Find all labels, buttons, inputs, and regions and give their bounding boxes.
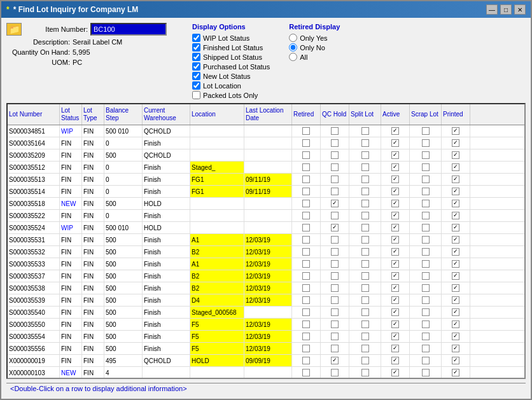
grid-checkbox[interactable] (361, 260, 369, 268)
grid-checkbox[interactable] (422, 127, 430, 135)
grid-checkbox[interactable] (422, 176, 430, 183)
table-row[interactable]: S000035514FINFIN0FinishFG109/11/19 (8, 186, 524, 198)
grid-checkbox[interactable] (452, 200, 459, 207)
grid-checkbox[interactable] (331, 308, 339, 316)
new-lot-status-checkbox[interactable] (192, 72, 200, 80)
grid-checkbox[interactable] (302, 308, 310, 316)
grid-checkbox[interactable] (302, 369, 310, 376)
grid-checkbox[interactable] (361, 176, 369, 183)
grid-checkbox[interactable] (302, 272, 310, 280)
grid-checkbox[interactable] (361, 333, 369, 340)
grid-checkbox[interactable] (302, 236, 310, 244)
table-row[interactable]: S000035539FINFIN500FinishD412/03/19 (8, 294, 524, 307)
table-row[interactable]: S000035209FINFIN500QCHOLD (8, 149, 524, 162)
grid-checkbox[interactable] (331, 200, 339, 207)
table-row[interactable]: S000035164FINFIN0Finish (8, 137, 524, 149)
grid-checkbox[interactable] (302, 212, 310, 219)
grid-checkbox[interactable] (302, 357, 310, 364)
grid-checkbox[interactable] (452, 212, 459, 219)
table-row[interactable]: S000035533FINFIN500FinishA112/03/19 (8, 258, 524, 270)
grid-checkbox[interactable] (361, 163, 369, 171)
grid-checkbox[interactable] (361, 296, 369, 304)
grid-checkbox[interactable] (391, 308, 399, 316)
grid-checkbox[interactable] (391, 176, 399, 183)
grid-checkbox[interactable] (361, 212, 369, 219)
folder-icon[interactable]: 📁 (6, 23, 22, 36)
grid-checkbox[interactable] (302, 224, 310, 231)
grid-checkbox[interactable] (302, 284, 310, 292)
grid-checkbox[interactable] (422, 163, 430, 171)
grid-checkbox[interactable] (331, 139, 339, 147)
grid-checkbox[interactable] (391, 369, 399, 376)
finished-lot-status-checkbox[interactable] (192, 43, 200, 52)
table-row[interactable]: S000035531FINFIN500FinishA112/03/19 (8, 234, 524, 246)
grid-checkbox[interactable] (422, 200, 430, 207)
grid-checkbox[interactable] (452, 308, 459, 316)
table-row[interactable]: S000035512FINFIN0FinishStaged_ (8, 162, 524, 174)
grid-checkbox[interactable] (361, 139, 369, 147)
grid-checkbox[interactable] (422, 139, 430, 147)
close-button[interactable]: ✕ (514, 4, 526, 15)
grid-checkbox[interactable] (302, 188, 310, 195)
grid-checkbox[interactable] (331, 369, 339, 376)
table-row[interactable]: S000035540FINFIN500FinishStaged_000568 (8, 307, 524, 319)
table-row[interactable]: S000035550FINFIN500FinishF512/03/19 (8, 319, 524, 331)
grid-checkbox[interactable] (391, 139, 399, 147)
grid-checkbox[interactable] (452, 224, 459, 231)
grid-checkbox[interactable] (361, 308, 369, 316)
grid-checkbox[interactable] (331, 260, 339, 268)
grid-checkbox[interactable] (302, 127, 310, 135)
grid-checkbox[interactable] (422, 333, 430, 340)
grid-checkbox[interactable] (452, 236, 459, 244)
maximize-button[interactable]: □ (500, 4, 512, 15)
grid-checkbox[interactable] (361, 345, 369, 352)
grid-checkbox[interactable] (391, 151, 399, 159)
grid-checkbox[interactable] (331, 248, 339, 256)
grid-checkbox[interactable] (331, 236, 339, 244)
grid-checkbox[interactable] (422, 224, 430, 231)
grid-checkbox[interactable] (361, 127, 369, 135)
table-row[interactable]: S000035537FINFIN500FinishB212/03/19 (8, 270, 524, 282)
grid-checkbox[interactable] (422, 284, 430, 292)
grid-checkbox[interactable] (331, 333, 339, 340)
grid-checkbox[interactable] (361, 272, 369, 280)
grid-checkbox[interactable] (422, 272, 430, 280)
grid-checkbox[interactable] (361, 188, 369, 195)
grid-checkbox[interactable] (391, 188, 399, 195)
grid-checkbox[interactable] (302, 151, 310, 159)
grid-checkbox[interactable] (361, 224, 369, 231)
grid-checkbox[interactable] (302, 248, 310, 256)
grid-checkbox[interactable] (422, 296, 430, 304)
table-row[interactable]: S000035513FINFIN0FinishFG109/11/19 (8, 174, 524, 186)
grid-checkbox[interactable] (331, 321, 339, 328)
wip-lot-status-checkbox[interactable] (192, 34, 200, 42)
grid-checkbox[interactable] (331, 163, 339, 171)
grid-checkbox[interactable] (391, 224, 399, 231)
grid-checkbox[interactable] (452, 272, 459, 280)
grid-checkbox[interactable] (331, 272, 339, 280)
grid-checkbox[interactable] (452, 248, 459, 256)
grid-checkbox[interactable] (422, 321, 430, 328)
grid-checkbox[interactable] (302, 296, 310, 304)
grid-checkbox[interactable] (302, 163, 310, 171)
grid-checkbox[interactable] (452, 260, 459, 268)
shipped-lot-status-checkbox[interactable] (192, 53, 200, 61)
grid-checkbox[interactable] (422, 308, 430, 316)
table-row[interactable]: S000035524WIPFIN500 010HOLD (8, 222, 524, 234)
grid-checkbox[interactable] (452, 163, 459, 171)
table-row[interactable]: S000035554FINFIN500FinishF512/03/19 (8, 331, 524, 343)
grid-checkbox[interactable] (391, 345, 399, 352)
grid-checkbox[interactable] (391, 296, 399, 304)
only-no-radio[interactable] (289, 43, 297, 52)
table-row[interactable]: S000035556FINFIN500FinishF512/03/19 (8, 343, 524, 355)
grid-checkbox[interactable] (422, 260, 430, 268)
grid-checkbox[interactable] (361, 151, 369, 159)
grid-checkbox[interactable] (452, 151, 459, 159)
grid-checkbox[interactable] (331, 284, 339, 292)
grid-checkbox[interactable] (391, 163, 399, 171)
lot-location-checkbox[interactable] (192, 81, 200, 90)
grid-checkbox[interactable] (331, 151, 339, 159)
grid-checkbox[interactable] (302, 200, 310, 207)
grid-checkbox[interactable] (331, 357, 339, 364)
grid-checkbox[interactable] (302, 176, 310, 183)
